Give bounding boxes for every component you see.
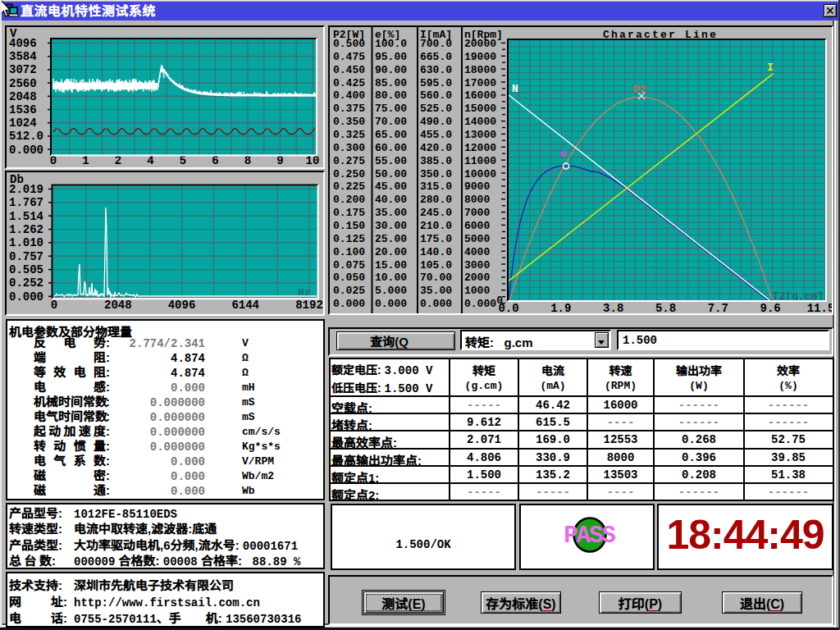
svg-text:0: 0 [51,299,57,312]
svg-text:0.100: 0.100 [333,246,365,258]
svg-text:2048: 2048 [9,90,37,103]
svg-text:20.00: 20.00 [375,246,407,258]
svg-text:0.000: 0.000 [464,298,496,310]
svg-text:0.350: 0.350 [333,116,365,128]
svg-text:0.150: 0.150 [333,220,365,232]
svg-text:11000: 11000 [464,155,496,167]
svg-text:70.00: 70.00 [375,116,407,128]
svg-text:0.0: 0.0 [498,302,518,313]
svg-text:0.450: 0.450 [333,64,365,76]
svg-text:280.0: 280.0 [420,194,452,206]
svg-text:175.0: 175.0 [420,233,452,245]
svg-text:18000: 18000 [464,64,496,76]
svg-text:0.025: 0.025 [333,285,365,297]
svg-text:1536: 1536 [9,103,37,116]
svg-text:630.0: 630.0 [420,64,452,76]
svg-text:5000: 5000 [464,233,490,245]
svg-text:0.375: 0.375 [333,103,365,115]
svg-text:0.425: 0.425 [333,77,365,89]
svg-text:0.000: 0.000 [375,298,407,310]
svg-text:3000: 3000 [464,259,490,272]
svg-text:2048: 2048 [104,299,132,312]
svg-text:95.00: 95.00 [375,51,407,63]
svg-text:0.505: 0.505 [9,263,43,276]
svg-text:1.514: 1.514 [9,210,43,223]
svg-text:11.5: 11.5 [807,302,832,313]
svg-text:0.000: 0.000 [9,144,43,157]
svg-text:3.8: 3.8 [603,302,623,313]
svg-text:60.00: 60.00 [375,142,407,154]
svg-text:0.250: 0.250 [333,168,365,180]
svg-text:14000: 14000 [464,116,496,128]
svg-text:45.00: 45.00 [375,180,407,193]
svg-text:15.00: 15.00 [375,259,407,272]
svg-text:0.050: 0.050 [333,272,365,284]
svg-text:0.075: 0.075 [333,259,365,272]
svg-text:1000: 1000 [464,285,490,297]
svg-text:700.0: 700.0 [420,38,452,50]
svg-text:0.400: 0.400 [333,89,365,102]
svg-text:0.225: 0.225 [333,180,365,193]
svg-text:0.475: 0.475 [333,51,365,63]
svg-text:Hz: Hz [299,288,310,299]
svg-text:40.00: 40.00 [375,194,407,206]
svg-text:595.0: 595.0 [420,77,452,89]
svg-text:I: I [767,62,774,74]
svg-text:25.00: 25.00 [375,233,407,245]
svg-text:0.325: 0.325 [333,129,365,141]
svg-text:1.9: 1.9 [550,302,571,313]
svg-text:85.00: 85.00 [375,77,407,89]
svg-text:560.0: 560.0 [420,89,452,102]
svg-text:4096: 4096 [168,299,196,312]
svg-text:512.0: 512.0 [9,130,43,143]
svg-text:12000: 12000 [464,142,496,154]
svg-text:455.0: 455.0 [420,129,452,141]
svg-text:1024: 1024 [9,116,37,130]
svg-text:50.00: 50.00 [375,168,407,180]
svg-text:3584: 3584 [9,50,37,63]
svg-text:8000: 8000 [464,194,490,206]
svg-text:4000: 4000 [464,246,490,258]
svg-text:20000: 20000 [464,38,496,50]
svg-text:350.0: 350.0 [420,168,452,180]
svg-text:0.757: 0.757 [9,250,43,263]
svg-text:55.00: 55.00 [375,155,407,167]
svg-text:6144: 6144 [231,299,259,312]
svg-text:90.00: 90.00 [375,64,407,76]
svg-text:490.0: 490.0 [420,116,452,128]
svg-text:N: N [512,83,518,95]
svg-text:0.125: 0.125 [333,233,365,245]
svg-text:105.0: 105.0 [420,259,452,272]
svg-text:1.262: 1.262 [9,223,43,236]
svg-text:0.175: 0.175 [333,207,365,219]
svg-text:16000: 16000 [464,89,496,102]
svg-text:0.300: 0.300 [333,142,365,154]
svg-text:0.500: 0.500 [333,38,365,50]
svg-text:0.275: 0.275 [333,155,365,167]
svg-text:2.019: 2.019 [9,183,43,196]
svg-text:9000: 9000 [464,180,490,193]
svg-text:1.010: 1.010 [9,236,43,249]
svg-text:19000: 19000 [464,51,496,63]
svg-text:2560: 2560 [9,77,37,90]
svg-text:17000: 17000 [464,77,496,89]
svg-text:1.767: 1.767 [9,196,43,209]
svg-text:6000: 6000 [464,220,490,232]
svg-text:70.00: 70.00 [420,272,452,284]
svg-text:7000: 7000 [464,207,490,219]
svg-text:100.0: 100.0 [375,38,407,50]
svg-text:3072: 3072 [9,63,37,76]
svg-text:420.0: 420.0 [420,142,452,154]
svg-text:245.0: 245.0 [420,207,452,219]
svg-text:665.0: 665.0 [420,51,452,63]
svg-text:13000: 13000 [464,129,496,141]
svg-text:4096: 4096 [9,37,37,50]
svg-text:5.8: 5.8 [655,302,676,313]
svg-text:2000: 2000 [464,272,490,284]
svg-text:0.000: 0.000 [420,298,452,310]
svg-text:10.00: 10.00 [375,272,407,284]
svg-text:210.0: 210.0 [420,220,452,232]
svg-text:15000: 15000 [464,103,496,115]
svg-text:525.0: 525.0 [420,103,452,115]
svg-text:10000: 10000 [464,168,496,180]
